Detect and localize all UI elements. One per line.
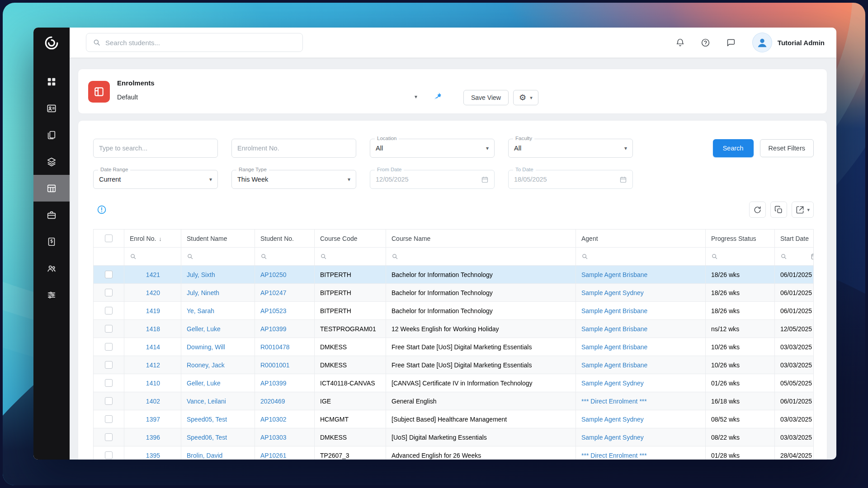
range-type-select[interactable]: Range Type This Week ▾ (231, 170, 356, 189)
global-search[interactable] (86, 33, 303, 52)
student-no-link[interactable]: R0001001 (260, 361, 290, 369)
sidebar-item-settings[interactable] (33, 282, 70, 308)
row-select-cell[interactable] (94, 266, 124, 284)
save-view-button[interactable]: Save View (463, 90, 509, 105)
sidebar-item-courses[interactable] (33, 148, 70, 175)
student-no-link[interactable]: AP10399 (260, 325, 287, 333)
sidebar-item-students[interactable] (33, 95, 70, 122)
enrol-no-link[interactable]: 1420 (146, 289, 160, 296)
filter-start-date[interactable] (775, 248, 814, 266)
student-name-link[interactable]: Vance, Leilani (187, 398, 226, 405)
row-select-cell[interactable] (94, 284, 124, 302)
col-header-progress-status[interactable]: Progress Status (706, 230, 775, 248)
agent-link[interactable]: Sample Agent Sydney (581, 434, 644, 441)
table-row[interactable]: 1412Rooney, JackR0001001DMKESSFree Start… (94, 356, 814, 374)
col-header-student-no[interactable]: Student No. (255, 230, 315, 248)
view-selector[interactable]: Default (117, 94, 138, 101)
help-button[interactable] (700, 37, 711, 48)
enrol-no-link[interactable]: 1419 (146, 307, 160, 314)
table-row[interactable]: 1421July, SixthAP10250BITPERTHBachelor f… (94, 266, 814, 284)
pin-icon[interactable] (434, 92, 442, 100)
agent-link[interactable]: *** Direct Enrolment *** (581, 452, 647, 459)
chat-button[interactable] (726, 37, 736, 48)
export-button[interactable]: ▾ (792, 202, 814, 218)
student-name-link[interactable]: Geller, Luke (187, 325, 221, 333)
row-select-cell[interactable] (94, 392, 124, 410)
agent-link[interactable]: Sample Agent Brisbane (581, 343, 647, 351)
student-no-link[interactable]: AP10302 (260, 416, 287, 423)
student-no-link[interactable]: AP10523 (260, 307, 287, 314)
student-no-link[interactable]: R0010478 (260, 343, 290, 351)
table-row[interactable]: 1410Geller, LukeAP10399ICT40118-CANVAS[C… (94, 374, 814, 392)
chevron-down-icon[interactable]: ▾ (415, 94, 417, 100)
filter-course-code[interactable] (315, 248, 386, 266)
faculty-select[interactable]: Faculty All ▾ (508, 139, 633, 158)
student-no-link[interactable]: AP10303 (260, 434, 287, 441)
student-name-link[interactable]: Brolin, David (187, 452, 222, 459)
copy-button[interactable] (770, 202, 787, 218)
select-all-checkbox[interactable] (105, 235, 113, 242)
row-select-cell[interactable] (94, 338, 124, 356)
row-checkbox[interactable] (105, 379, 113, 387)
notifications-button[interactable] (675, 37, 686, 48)
enrol-no-link[interactable]: 1395 (146, 452, 160, 459)
user-avatar[interactable] (753, 33, 772, 52)
filter-course-name[interactable] (386, 248, 576, 266)
quick-search-input[interactable] (93, 139, 218, 158)
agent-link[interactable]: Sample Agent Brisbane (581, 271, 647, 278)
date-range-select[interactable]: Date Range Current ▾ (93, 170, 218, 189)
agent-link[interactable]: *** Direct Enrolment *** (581, 398, 647, 405)
row-checkbox[interactable] (105, 289, 113, 296)
sidebar-item-documents[interactable] (33, 122, 70, 148)
col-header-agent[interactable]: Agent (576, 230, 706, 248)
enrol-no-link[interactable]: 1418 (146, 325, 160, 333)
row-select-cell[interactable] (94, 320, 124, 338)
student-name-link[interactable]: Ye, Sarah (187, 307, 214, 314)
filter-progress-status[interactable] (706, 248, 775, 266)
student-no-link[interactable]: AP10261 (260, 452, 287, 459)
enrol-no-link[interactable]: 1402 (146, 398, 160, 405)
col-header-start-date[interactable]: Start Date (775, 230, 814, 248)
student-name-link[interactable]: Geller, Luke (187, 380, 221, 387)
row-checkbox[interactable] (105, 361, 113, 369)
student-no-link[interactable]: AP10247 (260, 289, 287, 296)
to-date-field[interactable]: To Date 18/05/2025 (508, 170, 633, 189)
filter-student-name[interactable] (181, 248, 255, 266)
row-checkbox[interactable] (105, 307, 113, 314)
row-checkbox[interactable] (105, 415, 113, 423)
row-checkbox[interactable] (105, 343, 113, 351)
enrol-no-link[interactable]: 1396 (146, 434, 160, 441)
student-name-link[interactable]: July, Sixth (187, 271, 215, 278)
row-checkbox[interactable] (105, 433, 113, 441)
student-name-link[interactable]: July, Nineth (187, 289, 219, 296)
agent-link[interactable]: Sample Agent Sydney (581, 380, 644, 387)
filter-student-no[interactable] (255, 248, 315, 266)
table-row[interactable]: 1397Speed05, TestAP10302HCMGMT[Subject B… (94, 410, 814, 428)
info-icon[interactable] (97, 205, 107, 215)
col-header-student-name[interactable]: Student Name (181, 230, 255, 248)
enrolment-no-input[interactable] (231, 139, 356, 158)
col-header-course-code[interactable]: Course Code (315, 230, 386, 248)
student-name-link[interactable]: Rooney, Jack (187, 361, 225, 369)
table-row[interactable]: 1418Geller, LukeAP10399TESTPROGRAM0112 W… (94, 320, 814, 338)
sidebar-item-services[interactable] (33, 202, 70, 228)
row-checkbox[interactable] (105, 271, 113, 278)
agent-link[interactable]: Sample Agent Sydney (581, 416, 644, 423)
agent-link[interactable]: Sample Agent Sydney (581, 289, 644, 296)
student-name-link[interactable]: Speed05, Test (187, 416, 227, 423)
agent-link[interactable]: Sample Agent Brisbane (581, 307, 647, 314)
sidebar-item-finance[interactable] (33, 228, 70, 255)
reset-filters-button[interactable]: Reset Filters (760, 139, 814, 157)
student-name-link[interactable]: Speed06, Test (187, 434, 227, 441)
row-checkbox[interactable] (105, 397, 113, 405)
filter-agent[interactable] (576, 248, 706, 266)
student-no-link[interactable]: 2020469 (260, 398, 285, 405)
row-select-cell[interactable] (94, 302, 124, 320)
app-logo[interactable] (33, 28, 70, 58)
sidebar-item-dashboard[interactable] (33, 68, 70, 95)
student-no-link[interactable]: AP10250 (260, 271, 287, 278)
table-row[interactable]: 1395Brolin, DavidAP10261TP2607_3Advanced… (94, 446, 814, 460)
row-checkbox[interactable] (105, 325, 113, 333)
row-select-cell[interactable] (94, 446, 124, 460)
table-row[interactable]: 1402Vance, Leilani2020469IGEGeneral Engl… (94, 392, 814, 410)
